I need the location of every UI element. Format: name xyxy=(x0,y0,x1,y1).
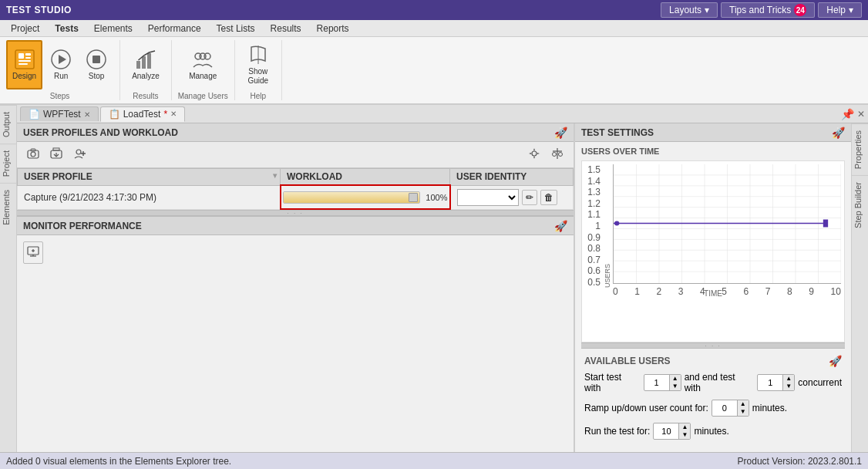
ramp-value-field[interactable] xyxy=(712,403,737,413)
ribbon: Design Run Stop Steps xyxy=(0,37,868,105)
ramp-value-input[interactable]: ▲ ▼ xyxy=(712,400,749,417)
run-label: Run xyxy=(54,72,68,81)
sidebar-item-elements[interactable]: Elements xyxy=(0,183,17,231)
run-up-btn[interactable]: ▲ xyxy=(679,423,690,431)
user-profiles-rocket-icon[interactable]: 🚀 xyxy=(554,127,567,139)
settings-icon-btn[interactable] xyxy=(524,145,544,164)
menu-performance[interactable]: Performance xyxy=(140,22,209,35)
menu-reports[interactable]: Reports xyxy=(309,22,357,35)
ribbon-group-manage: Manage Manage Users xyxy=(172,40,235,100)
menu-project[interactable]: Project xyxy=(3,22,47,35)
add-monitor-button[interactable] xyxy=(23,241,43,264)
end-up-btn[interactable]: ▲ xyxy=(783,375,794,383)
filter-icon[interactable]: ▾ xyxy=(273,171,277,180)
svg-point-58 xyxy=(614,221,619,226)
show-guide-button[interactable]: Show Guide xyxy=(241,40,275,89)
workload-slider[interactable] xyxy=(409,193,418,202)
ramp-unit-label: minutes. xyxy=(752,403,787,413)
workload-pct: 100% xyxy=(423,193,448,202)
svg-point-23 xyxy=(76,150,81,154)
layouts-button[interactable]: Layouts ▾ xyxy=(661,2,718,18)
svg-rect-57 xyxy=(823,220,828,228)
sidebar-item-properties[interactable]: Properties xyxy=(852,123,869,175)
balance-icon-btn[interactable] xyxy=(547,145,567,164)
svg-rect-3 xyxy=(25,57,31,59)
user-identity-select[interactable] xyxy=(457,189,519,206)
content-area: 📄 WPFTest ✕ 📋 LoadTest * ✕ 📌 ✕ USER PROF… xyxy=(17,105,868,452)
add-user-icon-btn[interactable] xyxy=(69,145,89,164)
sidebar-item-project[interactable]: Project xyxy=(0,143,17,183)
svg-rect-5 xyxy=(19,63,28,65)
analyze-button[interactable]: Analyze xyxy=(126,40,165,89)
start-value-input[interactable]: ▲ ▼ xyxy=(644,374,681,391)
show-guide-label: Show Guide xyxy=(247,67,268,86)
run-row: Run the test for: ▲ ▼ minutes. xyxy=(584,423,842,440)
tab-loadtest[interactable]: 📋 LoadTest * ✕ xyxy=(100,106,185,122)
end-down-btn[interactable]: ▼ xyxy=(783,383,794,390)
ramp-row: Ramp up/down user count for: ▲ ▼ minutes… xyxy=(584,400,842,417)
steps-group-label: Steps xyxy=(50,92,70,100)
tabs-close-icon[interactable]: ✕ xyxy=(857,109,865,120)
ramp-down-btn[interactable]: ▼ xyxy=(738,408,749,416)
results-group-label: Results xyxy=(133,92,158,100)
workload-cell[interactable]: 100% xyxy=(281,185,450,209)
run-icon xyxy=(50,49,72,70)
menu-elements[interactable]: Elements xyxy=(86,22,140,35)
show-guide-icon xyxy=(247,44,269,66)
chart-divider[interactable]: · · · xyxy=(581,342,845,349)
start-value-field[interactable] xyxy=(644,377,669,388)
start-down-btn[interactable]: ▼ xyxy=(670,383,681,390)
monitor-performance-title: MONITOR PERFORMANCE xyxy=(23,221,142,231)
monitor-rocket-icon[interactable]: 🚀 xyxy=(554,220,567,232)
tab-wpftest[interactable]: 📄 WPFTest ✕ xyxy=(20,106,99,121)
table-row: Capture (9/21/2023 4:17:30 PM) xyxy=(18,185,574,209)
svg-rect-11 xyxy=(142,56,146,69)
sidebar-item-output[interactable]: Output xyxy=(0,105,17,143)
edit-identity-button[interactable]: ✏ xyxy=(522,190,537,205)
product-version: Product Version: 2023.2.801.1 xyxy=(738,456,862,467)
manage-button[interactable]: Manage xyxy=(183,40,222,89)
delete-identity-button[interactable]: 🗑 xyxy=(540,190,557,205)
run-value-field[interactable] xyxy=(654,426,678,437)
right-sidebar: Properties Step Builder xyxy=(851,123,868,452)
profile-name-cell: Capture (9/21/2023 4:17:30 PM) xyxy=(18,185,281,209)
end-value-field[interactable] xyxy=(758,377,782,388)
import-icon-btn[interactable] xyxy=(46,145,66,164)
tabs-pin-icon[interactable]: 📌 xyxy=(841,108,854,120)
sidebar-item-step-builder[interactable]: Step Builder xyxy=(852,175,869,235)
workload-col-header: WORKLOAD xyxy=(281,169,450,186)
run-button[interactable]: Run xyxy=(44,40,78,89)
section-divider[interactable]: · · · xyxy=(17,210,574,216)
user-profile-col-header: USER PROFILE ▾ xyxy=(18,169,281,186)
user-profiles-toolbar xyxy=(17,142,574,168)
menu-tests[interactable]: Tests xyxy=(47,22,86,35)
svg-point-30 xyxy=(559,153,563,157)
wpftest-close-icon[interactable]: ✕ xyxy=(84,110,90,119)
svg-rect-4 xyxy=(19,60,31,62)
user-profiles-header: USER PROFILES AND WORKLOAD 🚀 xyxy=(17,123,574,142)
ribbon-group-results: Analyze Results xyxy=(120,40,172,100)
tips-and-tricks-button[interactable]: Tips and Tricks 24 xyxy=(721,2,815,18)
user-profiles-title: USER PROFILES AND WORKLOAD xyxy=(23,127,178,138)
design-button[interactable]: Design xyxy=(6,40,42,89)
start-up-btn[interactable]: ▲ xyxy=(670,375,681,383)
available-users-rocket-icon[interactable]: 🚀 xyxy=(829,355,842,367)
design-label: Design xyxy=(12,72,36,81)
ramp-up-btn[interactable]: ▲ xyxy=(738,400,749,408)
run-value-input[interactable]: ▲ ▼ xyxy=(653,423,691,440)
add-profile-icon-btn[interactable] xyxy=(23,145,43,164)
users-over-time-chart xyxy=(613,164,841,284)
ramp-label: Ramp up/down user count for: xyxy=(584,403,708,413)
end-value-input[interactable]: ▲ ▼ xyxy=(757,374,795,391)
test-settings-rocket-icon[interactable]: 🚀 xyxy=(832,127,845,139)
menu-testlists[interactable]: Test Lists xyxy=(209,22,263,35)
help-button[interactable]: Help ▾ xyxy=(818,2,862,18)
tabs-bar: 📄 WPFTest ✕ 📋 LoadTest * ✕ 📌 ✕ xyxy=(17,105,868,123)
menu-results[interactable]: Results xyxy=(263,22,309,35)
status-bar: Added 0 visual elements in the Elements … xyxy=(0,452,868,469)
loadtest-close-icon[interactable]: ✕ xyxy=(170,110,177,118)
available-users-title: AVAILABLE USERS xyxy=(584,356,671,366)
stop-button[interactable]: Stop xyxy=(79,40,113,89)
run-down-btn[interactable]: ▼ xyxy=(679,431,690,439)
workload-bar-container[interactable] xyxy=(283,191,420,204)
